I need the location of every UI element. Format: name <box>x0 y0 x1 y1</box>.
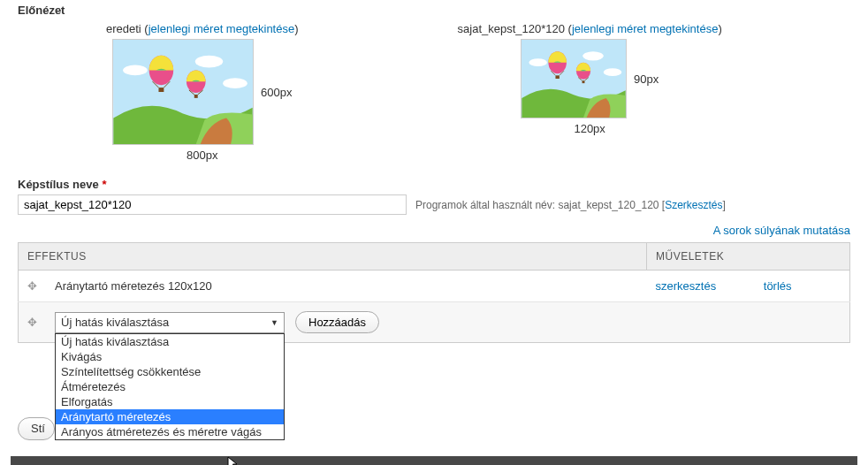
select-option[interactable]: Arányos átméretezés és méretre vágás <box>56 424 284 439</box>
table-row: ✥ Aránytartó méretezés 120x120 szerkeszt… <box>19 271 850 302</box>
col-effect: Effektus <box>19 243 647 271</box>
svg-point-15 <box>529 58 547 66</box>
preview-styled-suffix: ) <box>718 22 721 35</box>
svg-rect-17 <box>555 75 559 79</box>
preview-styled-height: 90px <box>634 72 659 86</box>
preview-original-image <box>112 39 254 145</box>
svg-point-14 <box>604 68 622 76</box>
preview-styled-link[interactable]: jelenlegi méret megtekintése <box>572 22 718 35</box>
select-option[interactable]: Kivágás <box>56 349 284 364</box>
machine-name-value: sajat_kepst_120_120 <box>558 199 659 211</box>
preview-styled-label: sajat_kepst_120*120 (jelenlegi méret meg… <box>458 22 722 35</box>
preview-original-prefix: eredeti ( <box>106 22 148 35</box>
preview-original-suffix: ) <box>294 22 298 35</box>
preview-styled-prefix: sajat_kepst_120*120 ( <box>458 22 572 35</box>
preview-original-link[interactable]: jelenlegi méret megtekintése <box>148 22 294 35</box>
preview-original-height: 600px <box>261 86 292 99</box>
style-name-label: Képstílus neve * <box>18 178 850 191</box>
svg-rect-5 <box>159 88 164 92</box>
select-option[interactable]: Új hatás kiválasztása <box>56 334 284 349</box>
table-row-add: ✥ Új hatás kiválasztása Új hatás kiválas… <box>19 302 850 343</box>
svg-point-3 <box>123 65 148 76</box>
effect-delete-link[interactable]: törlés <box>764 279 792 293</box>
preview-original-width: 800px <box>187 149 217 162</box>
preview-styled-image <box>521 39 627 118</box>
svg-rect-9 <box>194 95 198 98</box>
effect-select-value: Új hatás kiválasztása <box>61 316 169 329</box>
effect-edit-link[interactable]: szerkesztés <box>656 279 717 293</box>
svg-point-13 <box>582 51 603 60</box>
drag-handle-icon[interactable]: ✥ <box>19 271 47 302</box>
svg-rect-21 <box>582 80 585 83</box>
select-option[interactable]: Elforgatás <box>56 394 284 409</box>
effect-select-dropdown[interactable]: Új hatás kiválasztásaKivágásSzíntelített… <box>55 333 285 440</box>
machine-name-prefix: Programok által használt név: <box>415 199 558 211</box>
select-option[interactable]: Színtelítettség csökkentése <box>56 364 284 379</box>
svg-point-1 <box>195 56 223 68</box>
drag-handle-icon[interactable]: ✥ <box>19 302 47 343</box>
style-name-label-text: Képstílus neve <box>18 178 99 191</box>
preview-original: eredeti (jelenlegi méret megtekintése) <box>106 22 299 162</box>
select-option[interactable]: Átméretezés <box>56 379 284 394</box>
truncated-button[interactable]: Stí <box>18 417 55 440</box>
preview-styled: sajat_kepst_120*120 (jelenlegi méret meg… <box>458 22 722 162</box>
required-mark: * <box>102 178 106 191</box>
bottom-shadow <box>11 456 857 465</box>
add-button[interactable]: Hozzáadás <box>295 311 379 333</box>
preview-original-label: eredeti (jelenlegi méret megtekintése) <box>106 22 299 35</box>
preview-styled-width: 120px <box>574 122 605 135</box>
preview-heading: Előnézet <box>18 4 850 17</box>
machine-name-edit-link[interactable]: Szerkesztés <box>665 199 722 211</box>
effect-select[interactable]: Új hatás kiválasztása <box>55 312 285 333</box>
show-row-weights-link[interactable]: A sorok súlyának mutatása <box>713 224 850 237</box>
svg-point-2 <box>223 78 247 88</box>
effects-table: Effektus Műveletek ✥ Aránytartó méretezé… <box>18 242 850 343</box>
effect-cell: Aránytartó méretezés 120x120 <box>46 271 647 302</box>
select-option[interactable]: Aránytartó méretezés <box>56 409 284 424</box>
col-ops: Műveletek <box>647 243 850 271</box>
style-name-input[interactable] <box>18 194 407 215</box>
machine-name-text: Programok által használt név: sajat_keps… <box>415 199 726 211</box>
